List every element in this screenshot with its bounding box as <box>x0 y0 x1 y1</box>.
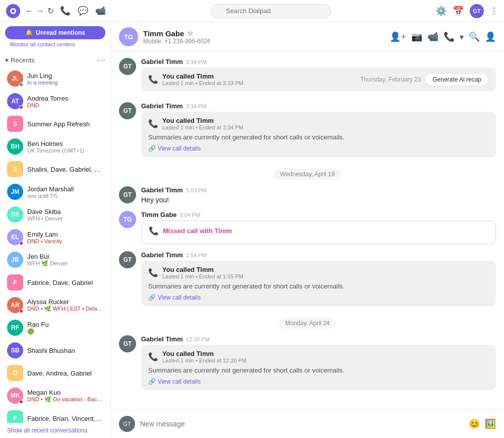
call-icon: 📞 <box>148 352 158 361</box>
sidebar-item[interactable]: SSummer App Refresh <box>2 113 108 135</box>
bell-icon: 🔔 <box>25 29 33 36</box>
call-card-header: 📞 You called Timm Lasted 1 min • Ended a… <box>148 350 489 363</box>
sidebar-item[interactable]: DSDave SkibaWFH • Denver <box>2 203 108 226</box>
sidebar-item[interactable]: SBShashi Bhushan <box>2 339 108 361</box>
sidebar-item[interactable]: DDave, Andrea, Gabriel <box>2 362 108 384</box>
add-user-icon[interactable]: 👤+ <box>390 31 406 42</box>
sidebar-item-status: DND <box>27 102 103 108</box>
back-icon[interactable]: ← <box>25 7 33 16</box>
sidebar-item[interactable]: JBJen BuiWFH 🌿 Denver <box>2 249 108 271</box>
sidebar: 🔔 Unread mentions Monitor all contact ce… <box>0 22 111 438</box>
chat-icon[interactable]: 💬 <box>78 6 88 16</box>
sidebar-item-info: Rao Fu🟢 <box>27 321 103 335</box>
phone-icon[interactable]: 📞 <box>444 31 455 42</box>
message-group-summary: GT Gabriel Timm 3:34 PM 📞 You called Tim… <box>119 102 496 161</box>
refresh-icon[interactable]: ↻ <box>47 6 54 16</box>
sidebar-item-name: Shashi Bhushan <box>27 347 103 354</box>
sender-avatar: GT <box>119 186 136 203</box>
sidebar-item[interactable]: ARAlyssa RuckerDND • 🌿 WFH | EST • Delay… <box>2 294 108 316</box>
emoji-icon[interactable]: 😊 <box>469 418 480 429</box>
contact-avatar: SB <box>7 342 23 358</box>
show-all-link[interactable]: Show all recent conversations <box>0 423 110 438</box>
call-icon: 📞 <box>148 268 158 277</box>
sidebar-item-status: WFH 🌿 Denver <box>27 260 103 267</box>
user-avatar[interactable]: GT <box>470 4 484 18</box>
external-link-icon: 🔗 <box>148 145 156 152</box>
video-icon[interactable]: 📹 <box>427 31 438 42</box>
call-subtitle: Lasted 1 min • Ended at 12:20 PM <box>162 357 246 363</box>
view-call-details-link[interactable]: 🔗 View call details <box>148 378 489 385</box>
star-icon[interactable]: ☆ <box>187 29 194 37</box>
sidebar-item[interactable]: JMJordan Marshallooo until 7/5 <box>2 181 108 203</box>
forward-icon[interactable]: → <box>36 7 44 16</box>
call-card: 📞 You called Timm Lasted 1 min • Ended a… <box>141 67 496 91</box>
unread-mentions-button[interactable]: 🔔 Unread mentions <box>5 26 105 39</box>
sidebar-item[interactable]: JLJun LingIn a meeting <box>2 67 108 90</box>
view-call-details-link[interactable]: 🔗 View call details <box>148 294 489 301</box>
settings-icon[interactable]: ⚙️ <box>435 6 447 17</box>
chat-area: TG Timm Gabe ☆ Mobile: +1 236-996-6026 👤… <box>111 22 504 438</box>
search-input[interactable] <box>210 4 331 18</box>
video-icon[interactable]: 📹 <box>95 6 106 16</box>
generate-ai-recap-button[interactable]: Generate Ai recap <box>425 73 489 86</box>
call-card-header: 📞 You called Timm Lasted 1 min • Ended a… <box>148 117 489 130</box>
sidebar-item-status: DND • 🌿 On vacation - Back Jul... <box>27 396 103 403</box>
sidebar-item[interactable]: SShalini, Dave, Gabriel, Ben <box>2 158 108 180</box>
unread-mentions-label: Unread mentions <box>36 29 85 36</box>
sidebar-item-status: In a meeting <box>27 80 103 86</box>
contact-phone: Mobile: +1 236-996-6026 <box>143 38 390 45</box>
sidebar-item[interactable]: RFRao Fu🟢 <box>2 317 108 339</box>
calendar-icon[interactable]: 📅 <box>453 6 464 17</box>
more-icon[interactable]: ⋮ <box>490 6 498 16</box>
sidebar-item-name: Jen Bui <box>27 253 103 260</box>
search-icon[interactable]: 🔍 <box>469 31 480 42</box>
sidebar-item[interactable]: FFabrice, Brian, Vincent, Dan... <box>2 407 108 423</box>
message-time: 5:04 PM <box>180 212 201 218</box>
sidebar-item-info: Shalini, Dave, Gabriel, Ben <box>27 166 103 173</box>
recents-more-icon[interactable]: ⋯ <box>97 55 105 65</box>
recents-header: ▾ Recents ⋯ <box>0 51 110 67</box>
sidebar-item-info: Ben HolmesUK Timezone (GMT+1) <box>27 140 103 154</box>
monitor-link[interactable]: Monitor all contact centers <box>5 39 105 49</box>
view-call-details-link[interactable]: 🔗 View call details <box>148 145 489 152</box>
sidebar-item[interactable]: FFabrice, Dave, Gabriel <box>2 271 108 294</box>
contact-avatar: JM <box>7 184 23 200</box>
date-divider-april24: Monday, April 24 <box>119 318 496 327</box>
sidebar-item[interactable]: MKMegan KuoDND • 🌿 On vacation - Back Ju… <box>2 385 108 407</box>
sidebar-item-status: DND • Vancity <box>27 238 103 244</box>
chevron-down-icon[interactable]: ▾ <box>460 32 464 42</box>
attachment-icon[interactable]: 🖼️ <box>485 418 496 429</box>
app-logo[interactable] <box>6 4 20 18</box>
message-time: 12:20 PM <box>186 336 210 342</box>
call-summary-text: Summaries are currently not generated fo… <box>148 282 489 290</box>
message-time: 3:34 PM <box>186 59 207 65</box>
message-group-april19: GT Gabriel Timm 5:03 PM Hey you! <box>119 186 496 204</box>
message-content: Gabriel Timm 12:20 PM 📞 You called Timm … <box>141 335 496 394</box>
contact-avatar: AR <box>7 297 23 313</box>
svg-point-2 <box>12 10 15 13</box>
sidebar-item[interactable]: ATAndrea TorresDND <box>2 90 108 112</box>
date-label: Wednesday, April 19 <box>274 169 341 180</box>
contact-avatar: BH <box>7 138 23 155</box>
sender-avatar: GT <box>119 335 136 352</box>
sidebar-item-status: 🟢 <box>27 328 103 335</box>
call-summary-text: Summaries are currently not generated fo… <box>148 133 489 141</box>
sidebar-item-name: Dave, Andrea, Gabriel <box>27 370 103 377</box>
video-call-icon[interactable]: 📷 <box>411 31 422 42</box>
person-icon[interactable]: 👤 <box>485 31 496 42</box>
call-card-header: 📞 You called Timm Lasted 1 min • Ended a… <box>148 266 489 279</box>
message-group-april19-call: GT Gabriel Timm 1:54 PM 📞 You called Tim… <box>119 251 496 310</box>
message-time: 1:54 PM <box>186 252 207 258</box>
message-time: 5:03 PM <box>186 187 207 193</box>
sidebar-item-info: Jen BuiWFH 🌿 Denver <box>27 253 103 267</box>
sidebar-item[interactable]: ELEmily LamDND • Vancity <box>2 226 108 248</box>
input-avatar: GT <box>119 416 135 432</box>
message-meta: Gabriel Timm 5:03 PM <box>141 186 496 194</box>
sidebar-item[interactable]: BHBen HolmesUK Timezone (GMT+1) <box>2 135 108 158</box>
recents-label: ▾ Recents <box>5 56 35 64</box>
top-bar: ← → ↻ 📞 💬 📹 ⚙️ 📅 GT ⋮ <box>0 0 504 22</box>
phone-icon[interactable]: 📞 <box>60 6 71 16</box>
message-input[interactable] <box>140 420 464 428</box>
sender-name: Gabriel Timm <box>141 102 183 110</box>
main-layout: 🔔 Unread mentions Monitor all contact ce… <box>0 22 504 438</box>
